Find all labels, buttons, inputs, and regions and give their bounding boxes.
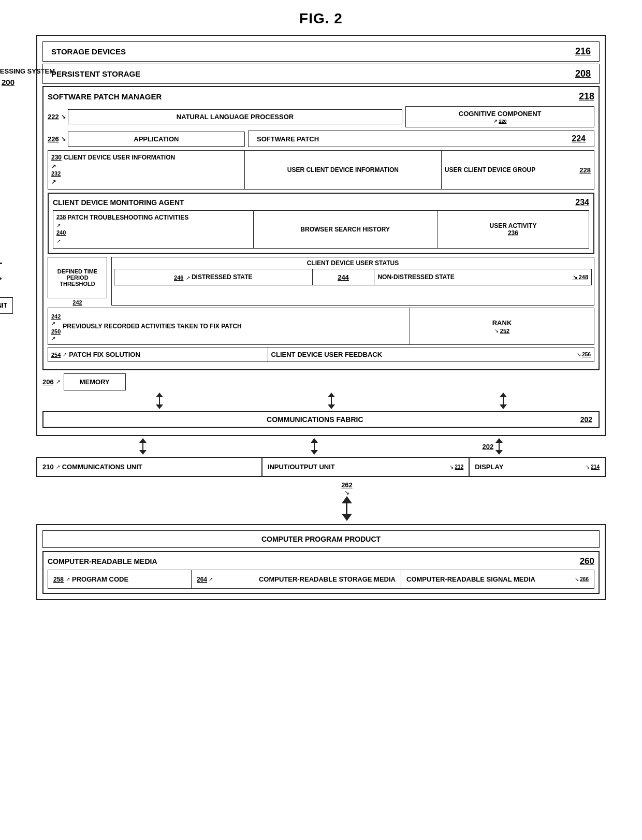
spm-ref: 218 [579,91,594,102]
software-patch-manager-section: SOFTWARE PATCH MANAGER 218 222 ↘ NATURAL… [42,86,600,370]
storage-devices-ref: 216 [575,46,591,57]
patch-fix-solution-label: PATCH FIX SOLUTION [69,351,140,358]
dps-ref: 200 [2,78,14,86]
persistent-storage-ref: 208 [575,68,591,79]
display-label: DISPLAY [475,463,503,471]
application-box: APPLICATION [68,132,245,147]
figure-title: FIG. 2 [299,10,343,27]
main-diagram-border: STORAGE DEVICES 216 PERSISTENT STORAGE 2… [36,35,606,436]
memory-box: MEMORY [64,373,126,390]
comm-fabric-label: COMMUNICATIONS FABRIC [267,415,363,424]
distressed-state-label: DISTRESSED STATE [192,273,253,281]
persistent-storage-row: PERSISTENT STORAGE 208 [42,64,600,84]
nlp-box: NATURAL LANGUAGE PROCESSOR [68,109,403,124]
spm-label: SOFTWARE PATCH MANAGER [48,92,162,101]
cdma-ref: 234 [575,198,589,207]
persistent-storage-label: PERSISTENT STORAGE [51,69,140,78]
bottom-units-row: 210 ↗ COMMUNICATIONS UNIT INPUT/OUTPUT U… [36,457,606,477]
cr-storage-label: COMPUTER-READABLE STORAGE MEDIA [259,575,396,583]
cdma-label: CLIENT DEVICE MONITORING AGENT [53,198,184,207]
io-unit-label: INPUT/OUTPUT UNIT [268,463,335,471]
rank-label: RANK [492,319,512,327]
processor-unit-box: PROCESSOR UNIT [0,297,13,314]
user-client-device-group-text: USER CLIENT DEVICE GROUP [445,166,535,173]
comm-fabric-ref: 202 [580,415,592,424]
cdma-section: CLIENT DEVICE MONITORING AGENT 234 238 ↗… [48,193,594,254]
client-device-user-feedback-label: CLIENT DEVICE USER FEEDBACK [271,351,383,358]
cognitive-component-box: COGNITIVE COMPONENT ↗ 220 [405,106,594,127]
previously-recorded-label: PREVIOUSLY RECORDED ACTIVITIES TAKEN TO … [63,323,241,330]
user-activity-label: USER ACTIVITY [489,222,536,229]
client-device-user-info-text: CLIENT DEVICE USER INFORMATION [64,154,175,161]
storage-devices-row: STORAGE DEVICES 216 [42,41,600,62]
patch-troubleshooting-label: PATCH TROUBLESHOOTING ACTIVITIES [67,214,188,221]
communications-unit-label: COMMUNICATIONS UNIT [62,463,142,471]
browser-search-history-label: BROWSER SEARCH HISTORY [300,226,390,233]
computer-program-product-section: COMPUTER PROGRAM PRODUCT COMPUTER-READAB… [36,524,606,600]
user-client-device-info-text: USER CLIENT DEVICE INFORMATION [287,166,399,173]
software-patch-box: SOFTWARE PATCH 224 [248,131,594,147]
program-code-label: PROGRAM CODE [72,575,128,583]
communications-fabric-row: COMMUNICATIONS FABRIC 202 [42,411,600,428]
non-distressed-state-label: NON-DISTRESSED STATE [377,273,454,281]
storage-devices-label: STORAGE DEVICES [51,47,126,56]
cr-media-label: COMPUTER-READABLE MEDIA [48,557,157,566]
cr-signal-label: COMPUTER-READABLE SIGNAL MEDIA [406,575,535,583]
cr-media-ref: 260 [580,556,594,567]
defined-time-box: DEFINED TIME PERIOD THRESHOLD [48,257,107,298]
